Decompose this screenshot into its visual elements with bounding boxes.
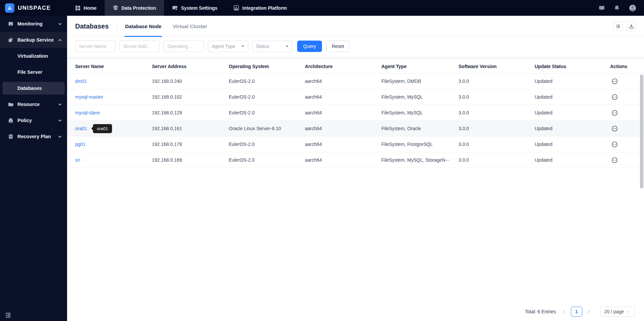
chevron-down-icon: [627, 310, 631, 314]
tab-label: Database Node: [125, 23, 161, 29]
server-name-tooltip: ora01: [93, 124, 112, 133]
agent-type-select[interactable]: Agent Type: [208, 41, 248, 52]
row-actions-button[interactable]: [610, 125, 636, 132]
sidebar-item-recovery-plan[interactable]: Recovery Plan: [0, 128, 67, 145]
brand-logo[interactable]: UNISPACE: [0, 0, 67, 16]
server-name-cell: dm01: [75, 78, 152, 84]
server-name-link[interactable]: sn: [75, 157, 80, 163]
nav-item-integration-platform[interactable]: Integration Platform: [225, 0, 295, 16]
chevron-down-icon: [58, 103, 62, 106]
sidebar-item-label: Policy: [17, 118, 32, 123]
row-actions-button[interactable]: [610, 141, 636, 148]
row-actions-button[interactable]: [610, 78, 636, 85]
next-page-button[interactable]: [582, 310, 595, 314]
table-cell: 3.0.0: [459, 157, 535, 163]
table-cell: FileSystem, MySQL: [381, 110, 459, 115]
filter-bar: Agent Type Status Query Reset: [67, 37, 644, 57]
page-size-select[interactable]: 20 / page: [600, 307, 635, 317]
circle-ellipsis-icon: [611, 110, 618, 116]
table-cell: Oracle Linux Server-8.10: [229, 126, 305, 131]
copy-icon: [8, 37, 13, 43]
row-actions-button[interactable]: [610, 94, 636, 100]
server-name-link[interactable]: mysql-slave: [75, 110, 100, 115]
table-row: mysql-slave192.168.0.129EulerOS-2.0aarch…: [67, 105, 644, 121]
sidebar: Monitoring Backup Service Virtualization…: [0, 16, 67, 321]
sidebar-item-virtualization[interactable]: Virtualization: [0, 48, 67, 64]
table-cell: aarch64: [305, 157, 381, 163]
status-select[interactable]: Status: [252, 41, 292, 52]
archive-icon: [8, 118, 13, 123]
chevron-left-icon: [562, 310, 567, 314]
nav-item-system-settings[interactable]: System Settings: [164, 0, 225, 16]
table-body: dm01192.168.0.240EulerOS-2.0aarch64FileS…: [67, 73, 644, 168]
chevron-down-icon: [58, 22, 62, 26]
chevron-down-icon: [58, 119, 62, 122]
server-name-link[interactable]: ora01: [75, 126, 87, 131]
top-nav: UNISPACE Home Data Protection System Set…: [0, 0, 644, 16]
circle-ellipsis-icon: [611, 78, 618, 85]
table-cell: FileSystem, MySQL: [381, 94, 459, 100]
list-view-button[interactable]: [613, 21, 623, 31]
server-name-cell: sn: [75, 157, 152, 163]
row-actions-button[interactable]: [610, 157, 636, 163]
row-actions-button[interactable]: [610, 110, 636, 116]
agent-type-placeholder: Agent Type: [212, 44, 235, 49]
operating-system-input[interactable]: [164, 41, 204, 52]
sidebar-item-label: Virtualization: [17, 53, 48, 59]
previous-page-button[interactable]: [558, 310, 571, 314]
sidebar-item-file-server[interactable]: File Server: [0, 64, 67, 80]
chevron-right-icon: [587, 310, 591, 314]
vertical-scrollbar[interactable]: [640, 74, 643, 189]
query-button[interactable]: Query: [297, 41, 322, 52]
table-cell: Updated: [535, 110, 610, 115]
notifications-bell-icon[interactable]: [614, 5, 620, 11]
sidebar-item-label: Databases: [17, 86, 42, 91]
shield-check-icon: [113, 5, 118, 11]
reset-button[interactable]: Reset: [326, 41, 350, 52]
sidebar-item-databases[interactable]: Databases: [2, 82, 65, 95]
clipboard-check-icon: [8, 134, 13, 139]
server-name-link[interactable]: pg01: [75, 142, 86, 147]
page-number-button[interactable]: 1: [571, 307, 582, 317]
table-cell: aarch64: [305, 78, 381, 84]
table-cell: EulerOS-2.0: [229, 94, 305, 100]
download-icon: [629, 24, 634, 29]
user-avatar[interactable]: [629, 4, 636, 12]
sidebar-item-resource[interactable]: Resource: [0, 96, 67, 112]
nav-item-data-protection[interactable]: Data Protection: [105, 0, 164, 16]
sidebar-collapse-icon[interactable]: [5, 312, 11, 318]
column-header: Update Status: [535, 64, 610, 69]
table-cell: 192.168.0.240: [152, 78, 229, 84]
sidebar-item-label: Resource: [17, 102, 40, 107]
table-cell: 3.0.0: [459, 78, 535, 84]
table-cell: 192.168.0.169: [152, 157, 229, 163]
tab-virtual-cluster[interactable]: Virtual Cluster: [173, 16, 207, 37]
messages-icon[interactable]: [599, 5, 605, 11]
server-address-input[interactable]: [119, 41, 160, 52]
table-cell: EulerOS-2.0: [229, 110, 305, 115]
table-header: Server Name Server Address Operating Sys…: [67, 59, 644, 73]
sidebar-item-policy[interactable]: Policy: [0, 112, 67, 128]
table-row: mysql-master192.168.0.102EulerOS-2.0aarc…: [67, 89, 644, 105]
nav-item-home[interactable]: Home: [67, 0, 105, 16]
tab-database-node[interactable]: Database Node: [125, 16, 161, 37]
pagination-total: Total: 6 Entries: [525, 309, 556, 314]
table-cell: aarch64: [305, 126, 381, 131]
table-row: pg01192.168.0.179EulerOS-2.0aarch64FileS…: [67, 137, 644, 152]
home-grid-icon: [75, 5, 80, 11]
sidebar-item-backup-service[interactable]: Backup Service: [0, 32, 67, 48]
server-name-link[interactable]: dm01: [75, 78, 87, 84]
sidebar-item-label: Monitoring: [17, 21, 43, 26]
sidebar-item-monitoring[interactable]: Monitoring: [0, 16, 67, 32]
column-header: Architecture: [305, 64, 381, 69]
server-name-link[interactable]: mysql-master: [75, 94, 103, 100]
monitor-dot-icon: [172, 5, 178, 11]
server-name-cell: pg01: [75, 142, 152, 147]
download-button[interactable]: [627, 21, 636, 31]
table-cell: EulerOS-2.0: [229, 78, 305, 84]
table-cell: Updated: [535, 157, 610, 163]
table-cell: FileSystem, PostgreSQL: [381, 142, 459, 147]
chevron-down-icon: [627, 310, 631, 314]
table-cell: 3.0.0: [459, 126, 535, 131]
server-name-input[interactable]: [75, 41, 115, 52]
